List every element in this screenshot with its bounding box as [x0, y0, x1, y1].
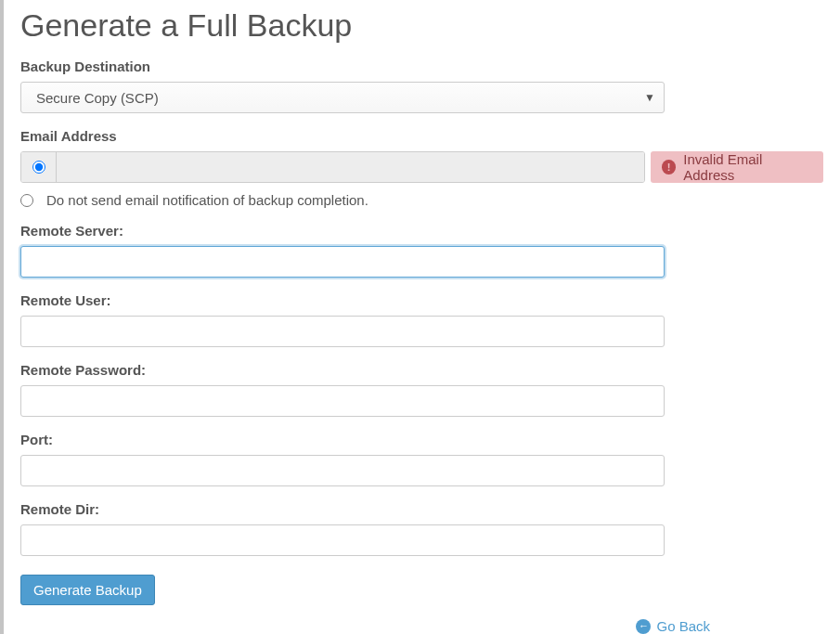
- remote-password-label: Remote Password:: [20, 362, 823, 378]
- email-label: Email Address: [20, 128, 823, 144]
- no-email-option[interactable]: Do not send email notification of backup…: [20, 192, 823, 208]
- backup-destination-group: Backup Destination Secure Copy (SCP) ▼: [20, 58, 823, 113]
- go-back-link[interactable]: ← Go Back: [636, 618, 710, 634]
- backup-destination-label: Backup Destination: [20, 58, 823, 74]
- remote-dir-label: Remote Dir:: [20, 501, 823, 517]
- go-back-label: Go Back: [656, 618, 710, 634]
- remote-user-group: Remote User:: [20, 292, 823, 347]
- port-group: Port:: [20, 432, 823, 486]
- email-group: Email Address ! Invalid Email Address: [20, 128, 823, 183]
- arrow-left-icon: ←: [636, 619, 651, 634]
- email-field[interactable]: [57, 152, 644, 182]
- generate-backup-button[interactable]: Generate Backup: [20, 575, 155, 605]
- remote-password-group: Remote Password:: [20, 362, 823, 417]
- email-error-badge: ! Invalid Email Address: [651, 151, 823, 183]
- page-title: Generate a Full Backup: [20, 7, 823, 44]
- send-email-radio-cell[interactable]: [21, 152, 57, 182]
- email-input-group: [20, 151, 645, 183]
- remote-user-input[interactable]: [20, 316, 665, 347]
- remote-dir-input[interactable]: [20, 524, 665, 556]
- email-error-text: Invalid Email Address: [683, 151, 812, 183]
- no-email-radio[interactable]: [20, 194, 33, 207]
- error-icon: !: [662, 160, 676, 175]
- no-email-label: Do not send email notification of backup…: [46, 192, 368, 208]
- remote-user-label: Remote User:: [20, 292, 823, 308]
- backup-destination-select[interactable]: Secure Copy (SCP): [20, 82, 665, 113]
- remote-server-input[interactable]: [20, 246, 665, 278]
- remote-server-label: Remote Server:: [20, 223, 823, 239]
- remote-dir-group: Remote Dir:: [20, 501, 823, 556]
- remote-server-group: Remote Server:: [20, 223, 823, 278]
- remote-password-input[interactable]: [20, 385, 665, 417]
- backup-destination-value: Secure Copy (SCP): [36, 90, 159, 106]
- port-input[interactable]: [20, 455, 665, 486]
- port-label: Port:: [20, 432, 823, 447]
- send-email-radio[interactable]: [32, 161, 45, 174]
